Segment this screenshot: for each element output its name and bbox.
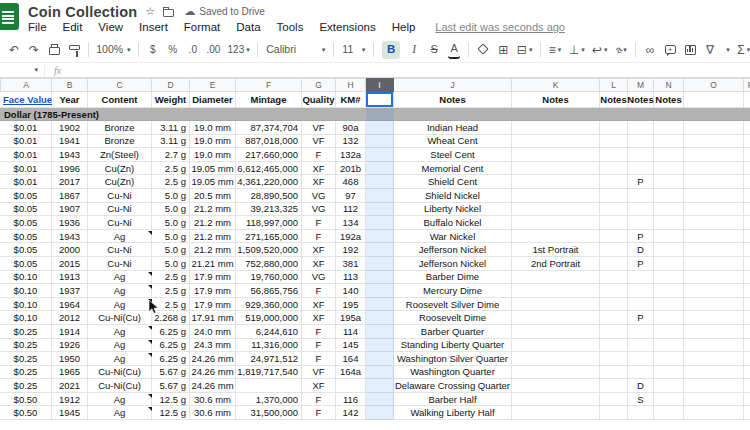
cell-D24[interactable]: 12.5 g [152, 406, 190, 420]
cell-K12[interactable]: 1st Portrait [512, 243, 600, 257]
cell-J5[interactable]: Steel Cent [394, 148, 512, 162]
header-cell-n1[interactable]: Notes [654, 92, 684, 108]
cell-O18[interactable] [684, 325, 744, 339]
cell-D12[interactable]: 5.0 g [152, 243, 190, 257]
cell-O15[interactable] [684, 284, 744, 298]
cell-H23[interactable]: 116 [336, 393, 366, 407]
cell-P15[interactable] [744, 284, 750, 298]
cell-J7[interactable]: Shield Cent [394, 175, 512, 189]
cell-G10[interactable]: F [302, 216, 336, 230]
insert-comment-icon[interactable]: + [664, 41, 676, 59]
cell-J18[interactable]: Barber Quarter [394, 325, 512, 339]
cell-B4[interactable]: 1941 [52, 135, 88, 149]
cell-A18[interactable]: $0.25 [0, 325, 52, 339]
cell-N19[interactable] [654, 339, 684, 353]
cell-B21[interactable]: 1965 [52, 366, 88, 380]
cell-N12[interactable] [654, 243, 684, 257]
cell-F13[interactable]: 752,880,000 [236, 257, 302, 271]
cell-K6[interactable] [512, 162, 600, 176]
cell-G19[interactable]: F [302, 339, 336, 353]
column-header-a[interactable]: A [0, 78, 52, 92]
cell-I19[interactable] [366, 339, 394, 353]
cell-A13[interactable]: $0.05 [0, 257, 52, 271]
cell-J10[interactable]: Buffalo Nickel [394, 216, 512, 230]
cell-C12[interactable]: Cu-Ni [88, 243, 152, 257]
cell-J16[interactable]: Roosevelt Silver Dime [394, 298, 512, 312]
cell-J19[interactable]: Standing Liberty Quarter [394, 339, 512, 353]
cell-D11[interactable]: 5.0 g [152, 230, 190, 244]
cell-N4[interactable] [654, 135, 684, 149]
cell-I7[interactable] [366, 175, 394, 189]
cell-D9[interactable]: 5.0 g [152, 203, 190, 217]
column-header-g[interactable]: G [302, 78, 336, 92]
cell-K16[interactable] [512, 298, 600, 312]
cell-L4[interactable] [600, 135, 628, 149]
cell-A3[interactable]: $0.01 [0, 121, 52, 135]
cell-I23[interactable] [366, 393, 394, 407]
cell-D8[interactable]: 5.0 g [152, 189, 190, 203]
print-icon[interactable] [48, 41, 60, 59]
cell-K9[interactable] [512, 203, 600, 217]
cell-B22[interactable]: 2021 [52, 379, 88, 393]
column-header-k[interactable]: K [512, 78, 600, 92]
cell-L13[interactable] [600, 257, 628, 271]
cell-P13[interactable] [744, 257, 750, 271]
cell-E8[interactable]: 20.5 mm [190, 189, 236, 203]
cell-A6[interactable]: $0.01 [0, 162, 52, 176]
cell-A15[interactable]: $0.10 [0, 284, 52, 298]
increase-decimal-button[interactable]: .00 [207, 41, 220, 59]
cell-J3[interactable]: Indian Head [394, 121, 512, 135]
cell-O23[interactable] [684, 393, 744, 407]
horizontal-align-button[interactable]: ≡▾ [549, 41, 561, 59]
cell-N10[interactable] [654, 216, 684, 230]
cell-N5[interactable] [654, 148, 684, 162]
cell-C15[interactable]: Ag [88, 284, 152, 298]
cell-N9[interactable] [654, 203, 684, 217]
cell-H20[interactable]: 164 [336, 352, 366, 366]
cell-B23[interactable]: 1912 [52, 393, 88, 407]
header-cell-c1[interactable]: Content [88, 92, 152, 108]
decrease-decimal-button[interactable]: .0 [187, 41, 199, 59]
cell-F17[interactable]: 519,000,000 [236, 311, 302, 325]
cell-P21[interactable] [744, 366, 750, 380]
cell-D19[interactable]: 6.25 g [152, 339, 190, 353]
cell-C16[interactable]: Ag [88, 298, 152, 312]
document-title[interactable]: Coin Collection [28, 4, 137, 20]
cell-A23[interactable]: $0.50 [0, 393, 52, 407]
cell-I6[interactable] [366, 162, 394, 176]
cell-C24[interactable]: Ag [88, 406, 152, 420]
cell-J20[interactable]: Washington Silver Quarter [394, 352, 512, 366]
cell-O13[interactable] [684, 257, 744, 271]
header-cell-a1[interactable]: Face Value [0, 92, 52, 108]
cell-N16[interactable] [654, 298, 684, 312]
cell-F10[interactable]: 118,997,000 [236, 216, 302, 230]
cell-L12[interactable] [600, 243, 628, 257]
cell-H10[interactable]: 134 [336, 216, 366, 230]
cell-F14[interactable]: 19,760,000 [236, 271, 302, 285]
cell-G5[interactable]: F [302, 148, 336, 162]
cell-C18[interactable]: Ag [88, 325, 152, 339]
cell-H6[interactable]: 201b [336, 162, 366, 176]
cell-J13[interactable]: Jefferson Nickel [394, 257, 512, 271]
cell-I15[interactable] [366, 284, 394, 298]
italic-button[interactable]: I [408, 41, 420, 59]
cell-O8[interactable] [684, 189, 744, 203]
header-cell-f1[interactable]: Mintage [236, 92, 302, 108]
cell-K23[interactable] [512, 393, 600, 407]
cell-H5[interactable]: 132a [336, 148, 366, 162]
cell-I16[interactable] [366, 298, 394, 312]
cell-G23[interactable]: F [302, 393, 336, 407]
cell-L24[interactable] [600, 406, 628, 420]
cell-N13[interactable] [654, 257, 684, 271]
cell-G9[interactable]: VG [302, 203, 336, 217]
cell-C6[interactable]: Cu(Zn) [88, 162, 152, 176]
menu-item-insert[interactable]: Insert [139, 21, 168, 33]
cell-G13[interactable]: XF [302, 257, 336, 271]
cell-A17[interactable]: $0.10 [0, 311, 52, 325]
cell-N23[interactable] [654, 393, 684, 407]
cell-K11[interactable] [512, 230, 600, 244]
section-header-row[interactable]: Dollar (1785-Present) [0, 108, 750, 121]
cell-J14[interactable]: Barber Dime [394, 271, 512, 285]
cell-H21[interactable]: 164a [336, 366, 366, 380]
cell-H14[interactable]: 113 [336, 271, 366, 285]
